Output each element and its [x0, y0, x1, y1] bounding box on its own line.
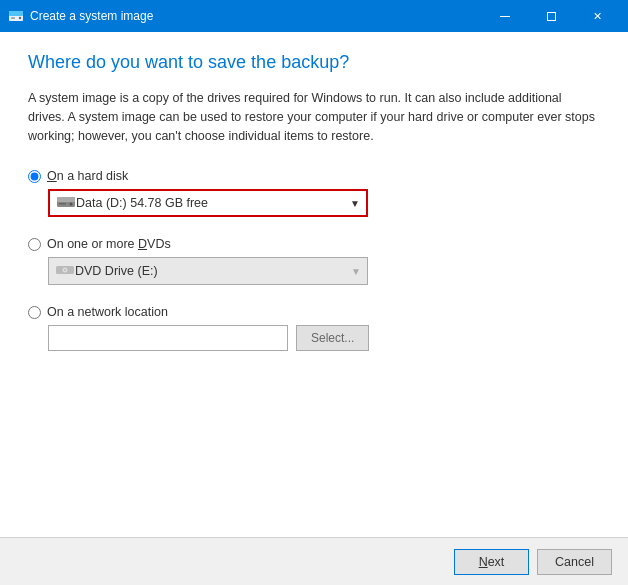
minimize-button[interactable] — [482, 0, 528, 32]
dialog-body: Where do you want to save the backup? A … — [0, 32, 628, 537]
option-hard-disk: On a hard disk Data (D:) 54.78 GB free ▼ — [28, 169, 600, 217]
cancel-button-label: Cancel — [555, 555, 594, 569]
dvd-radio[interactable] — [28, 238, 41, 251]
hard-disk-label: On a hard disk — [47, 169, 128, 183]
network-input-row: Select... — [48, 325, 600, 351]
network-radio[interactable] — [28, 306, 41, 319]
dvd-dropdown-wrapper: DVD Drive (E:) ▼ — [48, 257, 600, 285]
hard-disk-dropdown[interactable]: Data (D:) 54.78 GB free ▼ — [48, 189, 368, 217]
hard-disk-value: Data (D:) 54.78 GB free — [76, 196, 350, 210]
titlebar: Create a system image ✕ — [0, 0, 628, 32]
hard-disk-radio[interactable] — [28, 170, 41, 183]
dialog-footer: Next Cancel — [0, 537, 628, 585]
svg-point-6 — [70, 202, 73, 205]
hdd-icon — [56, 195, 76, 212]
svg-point-10 — [64, 269, 66, 271]
dvd-value: DVD Drive (E:) — [75, 264, 351, 278]
next-button[interactable]: Next — [454, 549, 529, 575]
network-label: On a network location — [47, 305, 168, 319]
network-radio-label[interactable]: On a network location — [28, 305, 600, 319]
dialog-heading: Where do you want to save the backup? — [28, 52, 600, 73]
dvd-label: On one or more DVDs — [47, 237, 171, 251]
dvd-radio-label[interactable]: On one or more DVDs — [28, 237, 600, 251]
next-button-label: Next — [479, 555, 505, 569]
svg-rect-5 — [57, 197, 75, 202]
network-path-input[interactable] — [48, 325, 288, 351]
cancel-button[interactable]: Cancel — [537, 549, 612, 575]
window-controls: ✕ — [482, 0, 620, 32]
svg-rect-2 — [11, 17, 15, 19]
close-button[interactable]: ✕ — [574, 0, 620, 32]
option-network: On a network location Select... — [28, 305, 600, 351]
svg-rect-1 — [9, 11, 23, 16]
titlebar-title: Create a system image — [30, 9, 482, 23]
hard-disk-dropdown-wrapper: Data (D:) 54.78 GB free ▼ — [48, 189, 600, 217]
app-icon — [8, 8, 24, 24]
dvd-icon — [55, 263, 75, 280]
option-dvd: On one or more DVDs DVD Drive (E:) ▼ — [28, 237, 600, 285]
select-button[interactable]: Select... — [296, 325, 369, 351]
svg-rect-7 — [59, 203, 66, 205]
dvd-dropdown-arrow-icon: ▼ — [351, 266, 361, 277]
hard-disk-radio-label[interactable]: On a hard disk — [28, 169, 600, 183]
svg-point-3 — [19, 17, 21, 19]
dialog-description: A system image is a copy of the drives r… — [28, 89, 600, 145]
dropdown-arrow-icon: ▼ — [350, 198, 360, 209]
dvd-dropdown: DVD Drive (E:) ▼ — [48, 257, 368, 285]
maximize-button[interactable] — [528, 0, 574, 32]
